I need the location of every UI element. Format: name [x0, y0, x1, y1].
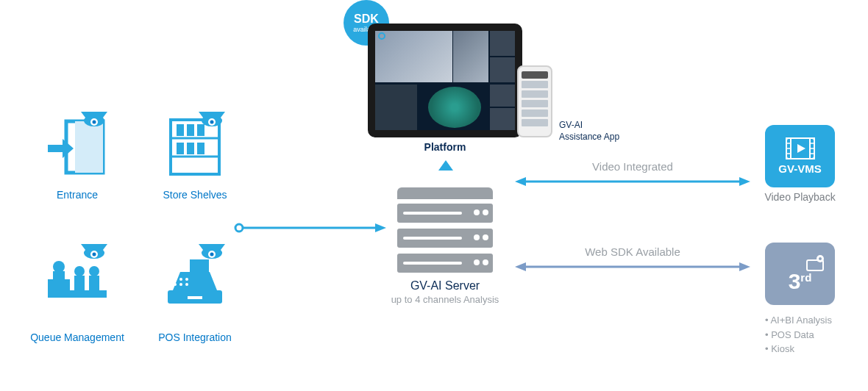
svg-rect-23 — [89, 276, 99, 290]
arrow-video-integrated — [515, 174, 750, 189]
third-title: 3 — [789, 269, 801, 294]
gv-vms-title: GV-VMS — [778, 162, 821, 175]
arrow-web-sdk — [515, 259, 750, 274]
arrow-up-icon — [438, 160, 453, 171]
pos-label: POS Integration — [154, 331, 235, 343]
svg-point-20 — [74, 266, 85, 276]
server-labels: GV-AI Server up to 4 channels Analysis — [383, 279, 508, 305]
svg-marker-41 — [515, 177, 526, 186]
third-title-wrap: 3 rd — [789, 269, 812, 294]
svg-point-34 — [185, 278, 188, 281]
third-party-card: 3 rd — [765, 243, 835, 305]
svg-point-4 — [93, 121, 96, 124]
platform-phone — [517, 65, 552, 137]
camera-icon — [79, 110, 109, 131]
app-label-line2: Assistance App — [559, 132, 619, 143]
link-video-label: Video Integrated — [581, 160, 684, 173]
camera-icon — [197, 110, 227, 131]
tablet-screen — [375, 31, 515, 130]
svg-point-15 — [210, 121, 214, 124]
arrow-sources-to-server — [232, 220, 390, 235]
queue-label: Queue Management — [22, 331, 132, 343]
svg-point-22 — [89, 266, 99, 276]
svg-rect-9 — [187, 124, 194, 136]
camera-icon — [197, 243, 227, 263]
third-sup: rd — [800, 271, 811, 284]
server-title: GV-AI Server — [383, 279, 508, 293]
svg-point-25 — [93, 253, 96, 257]
app-label-line1: GV-AI — [559, 120, 619, 132]
svg-point-36 — [210, 253, 214, 257]
svg-point-32 — [174, 278, 177, 281]
bullet-1: • POS Data — [765, 328, 832, 342]
platform-tablet — [368, 24, 522, 137]
svg-rect-8 — [177, 124, 184, 136]
server-icon — [397, 187, 493, 268]
gv-vms-card: GV-VMS — [765, 125, 835, 187]
server-subtitle: up to 4 channels Analysis — [383, 294, 508, 305]
shelves-label: Store Shelves — [154, 189, 235, 201]
svg-rect-19 — [53, 271, 65, 281]
svg-marker-42 — [739, 177, 750, 186]
platform-label: Platform — [408, 141, 482, 153]
svg-marker-2 — [48, 139, 74, 158]
bullet-2: • Kiosk — [765, 342, 832, 356]
gv-vms-sub: Video Playback — [761, 191, 839, 203]
svg-marker-55 — [797, 144, 805, 153]
bullet-0: • AI+BI Analysis — [765, 313, 832, 328]
svg-point-33 — [179, 278, 182, 281]
svg-point-58 — [819, 257, 822, 260]
svg-point-18 — [53, 261, 65, 273]
film-play-icon — [786, 137, 815, 159]
svg-marker-44 — [515, 262, 526, 271]
svg-rect-12 — [187, 143, 194, 154]
svg-rect-13 — [197, 143, 204, 154]
svg-marker-39 — [375, 223, 386, 232]
svg-rect-21 — [74, 276, 85, 290]
camera-icon — [79, 243, 109, 263]
assistance-app-label: GV-AI Assistance App — [559, 120, 619, 143]
entrance-label: Entrance — [37, 189, 118, 201]
third-party-bullets: • AI+BI Analysis • POS Data • Kiosk — [765, 313, 832, 356]
svg-point-30 — [179, 283, 182, 286]
svg-marker-45 — [739, 262, 750, 271]
svg-rect-16 — [48, 290, 107, 298]
svg-rect-28 — [188, 296, 202, 299]
svg-point-29 — [174, 283, 177, 286]
link-websdk-label: Web SDK Available — [581, 245, 684, 258]
svg-point-31 — [185, 283, 188, 286]
svg-point-38 — [235, 224, 243, 232]
svg-rect-11 — [177, 143, 184, 154]
